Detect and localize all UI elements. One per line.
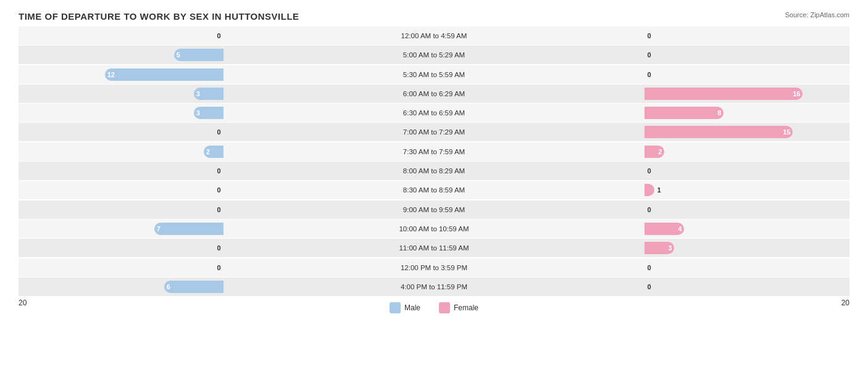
male-value-zero: 0 [217, 244, 221, 252]
female-side: 4 [645, 220, 849, 238]
male-side: 0 [19, 239, 223, 257]
male-value-zero: 0 [217, 128, 221, 136]
female-value: 2 [658, 148, 662, 155]
table-row: 08:30 AM to 8:59 AM1 [19, 181, 849, 199]
female-value-zero: 0 [647, 51, 651, 59]
axis-right-label: 20 [841, 299, 849, 313]
male-side: 0 [19, 162, 223, 180]
time-label-area: 9:00 AM to 9:59 AM [223, 200, 645, 219]
male-bar: 2 [204, 146, 223, 158]
female-value: 1 [657, 186, 661, 194]
table-row: 710:00 AM to 10:59 AM4 [19, 220, 849, 238]
male-side: 3 [19, 85, 223, 103]
male-side: 12 [19, 65, 223, 84]
female-bar: 15 [645, 126, 793, 138]
time-label-area: 12:00 AM to 4:59 AM [223, 27, 645, 45]
male-value: 3 [196, 109, 200, 117]
male-bar: 12 [105, 68, 223, 81]
rows-container: 012:00 AM to 4:59 AM055:00 AM to 5:29 AM… [19, 27, 849, 296]
time-label: 4:00 PM to 11:59 PM [401, 283, 467, 291]
female-bar: 3 [645, 242, 674, 254]
time-label: 5:30 AM to 5:59 AM [403, 71, 465, 78]
male-label: Male [404, 303, 420, 312]
male-bar: 6 [164, 281, 223, 293]
female-bar: 2 [645, 146, 664, 158]
female-bar: 8 [645, 107, 724, 119]
female-value: 8 [717, 109, 721, 117]
female-value: 15 [783, 128, 790, 136]
time-label-area: 8:00 AM to 8:29 AM [223, 162, 645, 180]
male-bar: 3 [194, 107, 223, 119]
male-side: 3 [19, 104, 223, 122]
table-row: 08:00 AM to 8:29 AM0 [19, 162, 849, 180]
female-bar: 16 [645, 88, 803, 100]
time-label-area: 12:00 PM to 3:59 PM [223, 258, 645, 277]
time-label-area: 10:00 AM to 10:59 AM [223, 220, 645, 238]
female-value-zero: 0 [647, 71, 651, 78]
female-swatch [439, 302, 450, 313]
male-side: 0 [19, 123, 223, 141]
legend: Male Female [390, 302, 478, 313]
female-value-zero: 0 [647, 32, 651, 39]
female-value-zero: 0 [647, 283, 651, 291]
time-label: 6:30 AM to 6:59 AM [403, 109, 465, 117]
male-bar: 5 [174, 49, 223, 61]
axis-left-label: 20 [19, 299, 27, 313]
time-label-area: 6:00 AM to 6:29 AM [223, 85, 645, 103]
time-label: 10:00 AM to 10:59 AM [399, 225, 469, 233]
female-value-zero: 0 [647, 264, 651, 271]
table-row: 012:00 PM to 3:59 PM0 [19, 258, 849, 277]
female-side: 0 [645, 46, 849, 64]
female-side: 0 [645, 258, 849, 277]
time-label-area: 6:30 AM to 6:59 AM [223, 104, 645, 122]
female-side: 2 [645, 142, 849, 161]
chart-title: TIME OF DEPARTURE TO WORK BY SEX IN HUTT… [19, 11, 849, 22]
time-label: 9:00 AM to 9:59 AM [403, 206, 465, 213]
table-row: 55:00 AM to 5:29 AM0 [19, 46, 849, 64]
female-bar [645, 184, 654, 196]
legend-male: Male [390, 302, 420, 313]
male-side: 0 [19, 27, 223, 45]
male-value-zero: 0 [217, 206, 221, 213]
male-side: 0 [19, 200, 223, 219]
male-side: 2 [19, 142, 223, 161]
male-side: 0 [19, 258, 223, 277]
time-label: 12:00 AM to 4:59 AM [401, 32, 467, 39]
female-value-zero: 0 [647, 206, 651, 213]
time-label: 11:00 AM to 11:59 AM [399, 244, 469, 252]
male-value: 7 [157, 225, 161, 233]
time-label-area: 8:30 AM to 8:59 AM [223, 181, 645, 199]
female-value: 16 [793, 90, 800, 97]
female-side: 0 [645, 162, 849, 180]
time-label-area: 4:00 PM to 11:59 PM [223, 278, 645, 296]
time-label: 7:30 AM to 7:59 AM [403, 148, 465, 155]
female-bar: 4 [645, 223, 684, 235]
table-row: 07:00 AM to 7:29 AM15 [19, 123, 849, 141]
table-row: 36:00 AM to 6:29 AM16 [19, 85, 849, 103]
axis-bottom: 20 Male Female 20 [19, 299, 849, 313]
time-label: 5:00 AM to 5:29 AM [403, 51, 465, 59]
male-bar: 7 [154, 223, 223, 235]
male-value-zero: 0 [217, 264, 221, 271]
time-label: 12:00 PM to 3:59 PM [401, 264, 467, 271]
table-row: 012:00 AM to 4:59 AM0 [19, 27, 849, 45]
table-row: 011:00 AM to 11:59 AM3 [19, 239, 849, 257]
male-bar: 3 [194, 88, 223, 100]
male-value: 2 [206, 148, 210, 155]
female-side: 0 [645, 27, 849, 45]
table-row: 27:30 AM to 7:59 AM2 [19, 142, 849, 161]
female-side: 0 [645, 200, 849, 219]
female-side: 0 [645, 65, 849, 84]
time-label-area: 11:00 AM to 11:59 AM [223, 239, 645, 257]
female-side: 1 [645, 181, 849, 199]
male-swatch [390, 302, 401, 313]
female-value: 3 [668, 244, 672, 252]
time-label: 6:00 AM to 6:29 AM [403, 90, 465, 97]
male-value-zero: 0 [217, 186, 221, 194]
male-side: 0 [19, 181, 223, 199]
male-value: 3 [196, 90, 200, 97]
female-value-zero: 0 [647, 167, 651, 175]
male-side: 7 [19, 220, 223, 238]
female-value: 4 [678, 225, 682, 233]
time-label-area: 5:30 AM to 5:59 AM [223, 65, 645, 84]
